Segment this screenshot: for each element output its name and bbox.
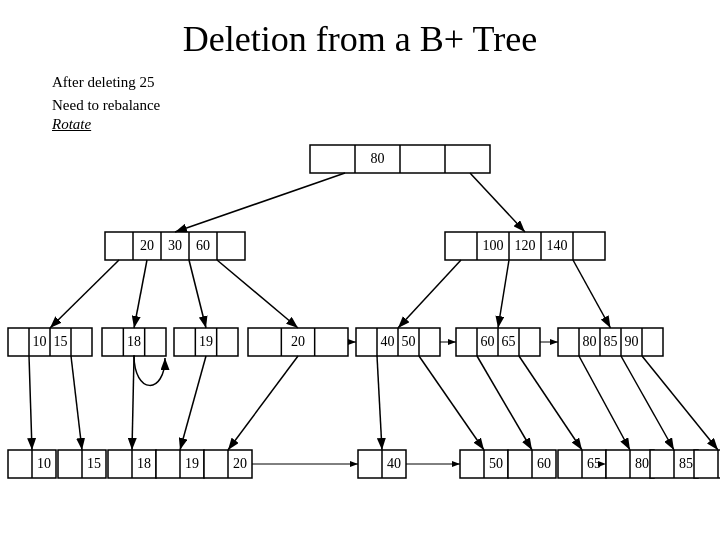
svg-text:60: 60: [537, 456, 551, 471]
svg-text:65: 65: [502, 334, 516, 349]
svg-text:100: 100: [483, 238, 504, 253]
tree-diagram: 8020306010012014010151819204050606580859…: [0, 0, 720, 540]
svg-text:19: 19: [185, 456, 199, 471]
svg-text:85: 85: [604, 334, 618, 349]
svg-text:80: 80: [635, 456, 649, 471]
svg-line-117: [642, 356, 718, 450]
svg-text:15: 15: [87, 456, 101, 471]
svg-text:60: 60: [481, 334, 495, 349]
svg-text:120: 120: [515, 238, 536, 253]
svg-text:20: 20: [291, 334, 305, 349]
svg-text:80: 80: [583, 334, 597, 349]
svg-line-115: [579, 356, 630, 450]
svg-line-114: [519, 356, 582, 450]
svg-line-108: [132, 356, 134, 450]
svg-text:40: 40: [381, 334, 395, 349]
svg-text:19: 19: [199, 334, 213, 349]
svg-text:18: 18: [137, 456, 151, 471]
svg-line-103: [398, 260, 461, 328]
svg-text:90: 90: [625, 334, 639, 349]
svg-line-101: [189, 260, 206, 328]
svg-line-106: [29, 356, 32, 450]
svg-text:50: 50: [402, 334, 416, 349]
svg-line-97: [175, 173, 345, 232]
svg-text:50: 50: [489, 456, 503, 471]
svg-text:65: 65: [587, 456, 601, 471]
svg-text:85: 85: [679, 456, 693, 471]
svg-line-107: [71, 356, 82, 450]
svg-line-100: [134, 260, 147, 328]
svg-text:80: 80: [371, 151, 385, 166]
svg-text:60: 60: [196, 238, 210, 253]
svg-line-104: [498, 260, 509, 328]
svg-text:10: 10: [33, 334, 47, 349]
svg-text:30: 30: [168, 238, 182, 253]
svg-line-112: [419, 356, 484, 450]
svg-rect-94: [694, 450, 720, 478]
svg-text:10: 10: [37, 456, 51, 471]
svg-line-111: [377, 356, 382, 450]
svg-line-98: [470, 173, 525, 232]
svg-text:15: 15: [54, 334, 68, 349]
svg-text:40: 40: [387, 456, 401, 471]
svg-line-99: [50, 260, 119, 328]
svg-line-116: [621, 356, 674, 450]
svg-line-105: [573, 260, 611, 328]
svg-text:18: 18: [127, 334, 141, 349]
svg-text:20: 20: [140, 238, 154, 253]
svg-line-113: [477, 356, 532, 450]
svg-line-109: [180, 356, 206, 450]
svg-line-110: [228, 356, 298, 450]
svg-text:140: 140: [547, 238, 568, 253]
svg-text:20: 20: [233, 456, 247, 471]
svg-line-102: [217, 260, 298, 328]
